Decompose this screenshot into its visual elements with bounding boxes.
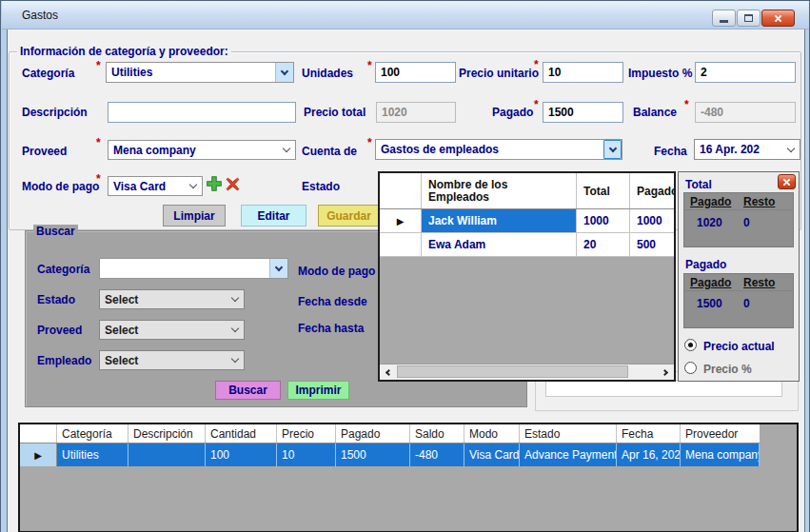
title-bar[interactable]: Gastos xyxy=(2,1,810,30)
chevron-down-icon xyxy=(786,144,794,151)
buscar-categoria-combobox[interactable] xyxy=(99,258,288,279)
fecha-hasta-label: Fecha hasta xyxy=(298,322,364,335)
results-row-selected[interactable]: ▶ Utilities 100 10 1500 -480 Visa Card A… xyxy=(20,443,760,466)
chevron-down-icon xyxy=(281,67,288,74)
results-cell-estado[interactable]: Advance Payment xyxy=(520,443,617,466)
employee-popup-window: Nombre de los Empleados Total Pagado ▶ J… xyxy=(378,171,676,382)
buscar-estado-label: Estado xyxy=(37,293,75,306)
results-cell-modo[interactable]: Visa Card xyxy=(464,443,520,466)
popup-cell-total[interactable]: 20 xyxy=(577,233,630,256)
results-header-descripcion[interactable]: Descripción xyxy=(128,424,206,443)
close-icon xyxy=(774,14,782,23)
buscar-group-title: Buscar xyxy=(33,225,78,238)
fecha-datepicker[interactable]: 16 Apr. 202 xyxy=(694,139,800,160)
results-cell-proveedor[interactable]: Mena company xyxy=(681,443,760,466)
popup-row-selector[interactable]: ▶ xyxy=(380,209,422,232)
categoria-combobox[interactable]: Utilities xyxy=(106,62,294,83)
cuenta-dropdown-button[interactable] xyxy=(603,140,622,159)
popup-horizontal-scrollbar[interactable] xyxy=(380,364,674,380)
pagado-col-pagado: Pagado xyxy=(684,274,738,290)
results-header-fecha[interactable]: Fecha xyxy=(617,424,681,443)
precio-unitario-input[interactable] xyxy=(543,62,623,83)
results-header-saldo[interactable]: Saldo xyxy=(410,424,464,443)
window-title: Gastos xyxy=(22,9,58,22)
popup-cell-total[interactable]: 1000 xyxy=(577,209,630,232)
precio-actual-radio[interactable] xyxy=(684,339,697,351)
modo-pago-label: Modo de pago xyxy=(22,180,99,193)
results-header-pagado[interactable]: Pagado xyxy=(336,424,410,443)
unidades-label: Unidades xyxy=(302,67,353,80)
popup-cell-name[interactable]: Jack William xyxy=(422,209,577,232)
results-header-cantidad[interactable]: Cantidad xyxy=(206,424,277,443)
unidades-input[interactable] xyxy=(375,62,456,83)
delete-payment-mode-button[interactable] xyxy=(225,176,241,192)
buscar-empleado-dropdown-button[interactable] xyxy=(226,351,244,369)
results-header-estado[interactable]: Estado xyxy=(520,424,617,443)
scrollbar-track[interactable] xyxy=(396,365,658,380)
popup-header-pagado[interactable]: Pagado xyxy=(630,173,674,208)
popup-row-selector[interactable] xyxy=(380,233,422,256)
popup-cell-pagado[interactable]: 1000 xyxy=(630,209,674,232)
results-grid: Categoría Descripción Cantidad Precio Pa… xyxy=(18,423,799,532)
proveedor-required-marker: * xyxy=(96,136,101,149)
results-cell-categoria[interactable]: Utilities xyxy=(57,443,128,466)
impuesto-input[interactable] xyxy=(695,62,796,83)
minimize-button[interactable] xyxy=(712,10,736,27)
buscar-empleado-combobox[interactable]: Select xyxy=(99,350,245,370)
add-payment-mode-button[interactable] xyxy=(206,175,223,192)
buscar-proveedor-dropdown-button[interactable] xyxy=(226,321,244,339)
modo-pago-combobox[interactable]: Visa Card xyxy=(108,176,203,196)
results-cell-pagado[interactable]: 1500 xyxy=(336,443,410,466)
scroll-right-button[interactable] xyxy=(658,365,674,380)
summary-panel: Total Pagado Resto 1020 0 Pagado Pagado … xyxy=(678,171,800,382)
precio-percent-radio[interactable] xyxy=(684,362,697,374)
proveedor-combobox[interactable]: Mena company xyxy=(108,140,296,160)
results-header-modo[interactable]: Modo xyxy=(464,424,520,443)
close-button[interactable] xyxy=(761,10,795,27)
pagado-table: Pagado Resto 1500 0 xyxy=(683,273,794,328)
row-selector-cell[interactable]: ▶ xyxy=(20,443,57,466)
categoria-label: Categoría xyxy=(22,67,74,80)
popup-cell-pagado[interactable]: 500 xyxy=(630,233,674,256)
popup-header-name-line2: Empleados xyxy=(428,191,489,204)
results-cell-cantidad[interactable]: 100 xyxy=(206,443,277,466)
cuenta-combobox[interactable]: Gastos de empleados xyxy=(375,139,622,160)
pagado-required-marker: * xyxy=(534,98,539,111)
buscar-categoria-dropdown-button[interactable] xyxy=(269,259,287,278)
background-textbox[interactable] xyxy=(545,380,782,397)
modo-pago-dropdown-button[interactable] xyxy=(184,177,202,195)
panel-close-button[interactable] xyxy=(778,174,796,189)
popup-row[interactable]: Ewa Adam 20 500 xyxy=(380,233,674,257)
proveedor-dropdown-button[interactable] xyxy=(277,141,295,159)
imprimir-button[interactable]: Imprimir xyxy=(287,381,349,400)
results-cell-fecha[interactable]: Apr 16, 2025 xyxy=(617,443,681,466)
delete-x-icon xyxy=(225,176,241,192)
results-cell-saldo[interactable]: -480 xyxy=(410,443,464,466)
results-header-precio[interactable]: Precio xyxy=(277,424,336,443)
buscar-estado-dropdown-button[interactable] xyxy=(226,290,244,308)
results-cell-precio[interactable]: 10 xyxy=(277,443,336,466)
precio-unitario-required-marker: * xyxy=(534,58,539,71)
maximize-button[interactable] xyxy=(737,10,761,27)
guardar-button[interactable]: Guardar xyxy=(318,205,380,227)
results-cell-descripcion[interactable] xyxy=(128,443,206,466)
results-header-categoria[interactable]: Categoría xyxy=(57,424,128,443)
scroll-left-button[interactable] xyxy=(380,365,396,380)
total-col-resto: Resto xyxy=(738,193,791,209)
popup-row-selected[interactable]: ▶ Jack William 1000 1000 xyxy=(380,209,674,233)
fecha-dropdown-button[interactable] xyxy=(781,140,800,159)
popup-cell-name[interactable]: Ewa Adam xyxy=(422,233,577,256)
results-header-proveedor[interactable]: Proveedor xyxy=(681,424,760,443)
limpiar-button[interactable]: Limpiar xyxy=(163,205,226,227)
categoria-dropdown-button[interactable] xyxy=(275,63,293,82)
popup-header-name[interactable]: Nombre de los Empleados xyxy=(422,173,577,208)
buscar-estado-combobox[interactable]: Select xyxy=(99,289,245,309)
buscar-proveedor-combobox[interactable]: Select xyxy=(99,320,245,340)
editar-button[interactable]: Editar xyxy=(241,205,306,227)
scrollbar-thumb[interactable] xyxy=(397,365,628,378)
buscar-button[interactable]: Buscar xyxy=(215,381,281,400)
chevron-down-icon xyxy=(282,145,289,152)
descripcion-input[interactable] xyxy=(108,102,296,123)
pagado-input[interactable] xyxy=(543,102,623,123)
popup-header-total[interactable]: Total xyxy=(577,173,630,208)
